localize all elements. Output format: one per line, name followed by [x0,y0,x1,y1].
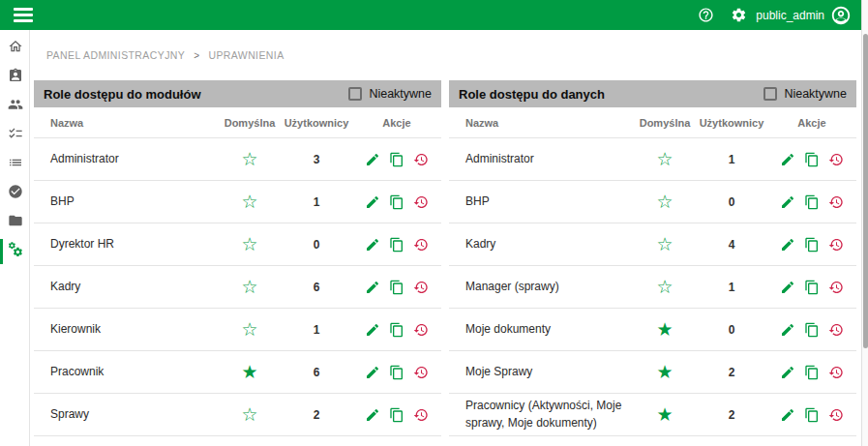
copy-icon[interactable] [389,237,404,253]
inactive-checkbox[interactable]: Nieaktywne [348,87,432,101]
history-icon[interactable] [413,237,429,253]
table-body: Administrator ☆ 1 BHP ☆ 0 [449,138,856,436]
edit-icon[interactable] [780,152,795,167]
inactive-checkbox[interactable]: Nieaktywne [763,87,847,101]
edit-icon[interactable] [365,365,380,380]
table-row: Dyrektor HR ☆ 0 [34,223,441,266]
data-roles-table: Role dostępu do danych Nieaktywne Nazwa … [449,80,856,436]
table-row: Administrator ☆ 1 [449,138,856,181]
default-star-icon[interactable]: ★ [656,320,673,339]
sidebar-item-documents[interactable] [0,63,30,92]
table-row: Sprawy ☆ 2 [34,394,441,436]
default-star-icon[interactable]: ☆ [656,193,673,211]
sidebar-item-approvals[interactable] [0,179,30,208]
default-star-icon[interactable]: ★ [656,363,673,381]
col-nazwa: Nazwa [34,117,219,129]
default-star-icon[interactable]: ☆ [241,320,257,339]
default-star-icon[interactable]: ☆ [241,193,257,211]
copy-icon[interactable] [804,280,820,295]
edit-icon[interactable] [365,152,380,167]
default-star-icon[interactable]: ☆ [656,278,673,296]
default-star-icon[interactable]: ★ [241,363,257,381]
copy-icon[interactable] [804,407,820,423]
check-circle-icon [8,184,23,203]
edit-icon[interactable] [365,407,380,423]
help-icon[interactable] [698,7,714,23]
history-icon[interactable] [413,280,429,295]
vertical-scrollbar[interactable] [861,0,868,446]
table-row: Moje dokumenty ★ 0 [449,309,856,351]
home-icon [8,39,23,58]
role-name: Moje Sprawy [449,360,634,384]
sidebar-item-list[interactable] [0,150,30,179]
default-star-icon[interactable]: ★ [656,405,673,424]
sidebar-item-admin-panel[interactable] [0,237,30,266]
default-star-icon[interactable]: ☆ [241,235,257,253]
col-uzytkownicy: Użytkownicy [281,117,352,129]
sidebar-item-home[interactable] [0,34,30,63]
copy-icon[interactable] [389,407,404,423]
column-headers: Nazwa Domyślna Użytkownicy Akcje [34,107,441,138]
copy-icon[interactable] [389,194,404,210]
history-icon[interactable] [413,194,429,210]
edit-icon[interactable] [780,407,795,423]
copy-icon[interactable] [804,365,820,380]
default-star-icon[interactable]: ☆ [241,405,257,424]
settings-icon[interactable] [731,7,747,23]
scrollbar-thumb[interactable] [863,34,868,348]
sidebar-item-files[interactable] [0,208,30,237]
default-star-icon[interactable]: ☆ [241,278,257,296]
copy-icon[interactable] [804,237,820,253]
role-name: Moje dokumenty [449,317,634,342]
edit-icon[interactable] [780,322,795,338]
default-star-icon[interactable]: ☆ [656,150,673,168]
history-icon[interactable] [413,322,429,338]
history-icon[interactable] [828,194,844,210]
document-person-icon [8,68,23,87]
users-count: 1 [281,323,352,337]
copy-icon[interactable] [389,322,404,338]
history-icon[interactable] [828,365,844,380]
copy-icon[interactable] [389,280,404,295]
edit-icon[interactable] [365,194,380,210]
default-star-icon[interactable]: ☆ [241,150,257,168]
table-body: Administrator ☆ 3 BHP ☆ 1 [34,138,441,436]
history-icon[interactable] [413,365,429,380]
history-icon[interactable] [828,280,844,295]
gears-icon [8,242,23,261]
account-icon[interactable] [830,5,852,26]
edit-icon[interactable] [780,280,795,295]
edit-icon[interactable] [365,237,380,253]
edit-icon[interactable] [780,237,795,253]
sidebar-item-employees[interactable] [0,92,30,121]
breadcrumb-permissions[interactable]: UPRAWNIENIA [208,49,284,61]
people-icon [8,97,23,116]
edit-icon[interactable] [780,194,795,210]
history-icon[interactable] [413,407,429,423]
default-star-icon[interactable]: ☆ [656,235,673,253]
edit-icon[interactable] [365,322,380,338]
history-icon[interactable] [828,322,844,338]
col-akcje: Akcje [352,117,441,129]
copy-icon[interactable] [804,152,820,167]
history-icon[interactable] [413,152,429,167]
history-icon[interactable] [828,407,844,423]
sidebar [0,30,30,446]
main-content: PANEL ADMINISTRACYJNY > UPRAWNIENIA Role… [30,30,861,446]
breadcrumb-admin-panel[interactable]: PANEL ADMINISTRACYJNY [46,49,185,61]
breadcrumb: PANEL ADMINISTRACYJNY > UPRAWNIENIA [34,30,856,80]
history-icon[interactable] [828,237,844,253]
checkbox-icon [763,87,777,101]
module-roles-table: Role dostępu do modułów Nieaktywne Nazwa… [34,80,441,436]
edit-icon[interactable] [780,365,795,380]
sidebar-item-tasks[interactable] [0,121,30,150]
edit-icon[interactable] [365,280,380,295]
copy-icon[interactable] [804,194,820,210]
copy-icon[interactable] [389,152,404,167]
copy-icon[interactable] [389,365,404,380]
copy-icon[interactable] [804,322,820,338]
menu-icon[interactable] [14,8,33,22]
col-nazwa: Nazwa [449,117,634,129]
column-headers: Nazwa Domyślna Użytkownicy Akcje [449,107,856,138]
history-icon[interactable] [828,152,844,167]
